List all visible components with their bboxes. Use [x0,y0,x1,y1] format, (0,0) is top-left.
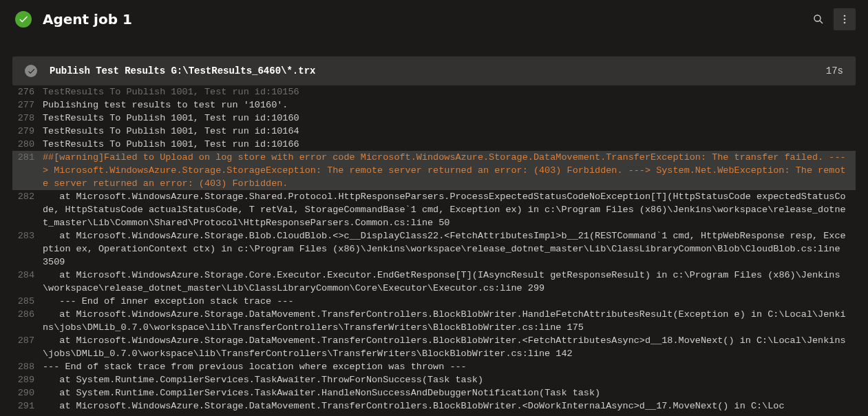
log-line[interactable]: 280TestResults To Publish 1001, Test run… [12,138,856,151]
svg-point-4 [844,22,846,24]
task-title: Publish Test Results G:\TestResults_6460… [50,65,814,76]
more-vertical-icon [839,14,850,25]
log-line[interactable]: 285 --- End of inner exception stack tra… [12,295,856,308]
line-text: at Microsoft.WindowsAzure.Storage.Shared… [43,190,856,229]
log-line[interactable]: 286 at Microsoft.WindowsAzure.Storage.Da… [12,308,856,334]
line-text: at Microsoft.WindowsAzure.Storage.DataMo… [43,399,856,413]
log-output[interactable]: 276TestResults To Publish 1001, Test run… [12,85,856,413]
log-line[interactable]: 282 at Microsoft.WindowsAzure.Storage.Sh… [12,190,856,229]
page-header: Agent job 1 [0,0,868,40]
line-number: 278 [12,112,43,125]
line-text: at Microsoft.WindowsAzure.Storage.Blob.C… [43,229,856,269]
line-number: 284 [12,269,43,282]
line-number: 287 [12,334,43,347]
log-line[interactable]: 288--- End of stack trace from previous … [12,360,856,373]
line-number: 290 [12,386,43,399]
log-line[interactable]: 284 at Microsoft.WindowsAzure.Storage.Co… [12,269,856,295]
line-number: 291 [12,399,43,413]
line-text: at Microsoft.WindowsAzure.Storage.DataMo… [43,334,856,360]
svg-point-2 [844,15,846,17]
svg-point-0 [814,15,821,21]
log-line[interactable]: 290 at System.Runtime.CompilerServices.T… [12,386,856,399]
line-text: Publishing test results to test run '101… [43,98,856,112]
line-number: 279 [12,125,43,138]
job-status-success-icon [15,11,32,28]
log-line[interactable]: 291 at Microsoft.WindowsAzure.Storage.Da… [12,399,856,413]
svg-line-1 [820,21,823,23]
log-line[interactable]: 281##[warning]Failed to Upload on log st… [12,151,856,190]
line-text: TestResults To Publish 1001, Test run id… [43,85,856,98]
log-line[interactable]: 283 at Microsoft.WindowsAzure.Storage.Bl… [12,229,856,269]
line-number: 277 [12,98,43,112]
line-number: 276 [12,85,43,98]
page-title: Agent job 1 [43,11,796,28]
line-number: 289 [12,373,43,386]
log-line[interactable]: 289 at System.Runtime.CompilerServices.T… [12,373,856,386]
svg-point-3 [844,19,846,21]
task-header[interactable]: Publish Test Results G:\TestResults_6460… [12,56,856,85]
more-actions-button[interactable] [834,8,856,30]
line-number: 283 [12,229,43,242]
line-text: TestResults To Publish 1001, Test run id… [43,125,856,138]
line-text: at Microsoft.WindowsAzure.Storage.DataMo… [43,308,856,334]
line-text: TestResults To Publish 1001, Test run id… [43,138,856,151]
search-button[interactable] [807,8,829,30]
line-number: 285 [12,295,43,308]
line-number: 280 [12,138,43,151]
line-text: ##[warning]Failed to Upload on log store… [43,151,856,190]
line-number: 288 [12,360,43,373]
line-number: 282 [12,190,43,203]
log-line[interactable]: 279TestResults To Publish 1001, Test run… [12,125,856,138]
line-text: at System.Runtime.CompilerServices.TaskA… [43,386,856,399]
line-text: at Microsoft.WindowsAzure.Storage.Core.E… [43,269,856,295]
header-actions [807,8,856,30]
line-text: TestResults To Publish 1001, Test run id… [43,112,856,125]
line-text: --- End of inner exception stack trace -… [43,295,856,308]
task-status-success-icon [25,65,37,77]
log-line[interactable]: 277Publishing test results to test run '… [12,98,856,112]
search-icon [813,14,824,25]
log-line[interactable]: 276TestResults To Publish 1001, Test run… [12,85,856,98]
line-text: --- End of stack trace from previous loc… [43,360,856,373]
line-number: 286 [12,308,43,321]
line-number: 281 [12,151,43,164]
log-line[interactable]: 287 at Microsoft.WindowsAzure.Storage.Da… [12,334,856,360]
line-text: at System.Runtime.CompilerServices.TaskA… [43,373,856,386]
task-duration: 17s [826,65,843,76]
log-line[interactable]: 278TestResults To Publish 1001, Test run… [12,112,856,125]
